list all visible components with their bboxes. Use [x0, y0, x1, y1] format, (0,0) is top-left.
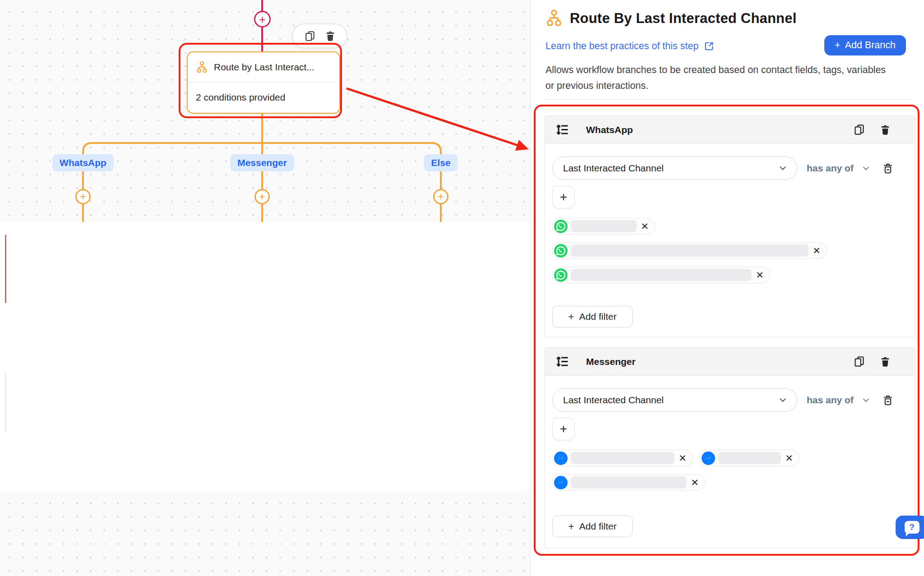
add-branch-button[interactable]: + Add Branch: [824, 35, 906, 55]
add-step-button-top[interactable]: +: [254, 11, 271, 28]
operator-row: has any of: [807, 157, 894, 180]
channel-chip: ✕: [552, 267, 770, 283]
redacted-channel-name: [571, 269, 752, 281]
field-select[interactable]: Last Interacted Channel: [552, 157, 797, 180]
node-title: Route by Last Interact...: [214, 62, 314, 73]
panel-title-row: Route By Last Interacted Channel: [545, 9, 797, 28]
remove-chip-icon[interactable]: ✕: [687, 474, 703, 491]
workflow-builder-screen: +: [0, 0, 924, 576]
delete-branch-icon[interactable]: [880, 124, 891, 136]
messenger-icon: [702, 452, 715, 465]
page-title: Route By Last Interacted Channel: [570, 10, 797, 27]
redacted-channel-name: [571, 476, 687, 488]
branch-card-messenger: Messenger: [545, 347, 915, 548]
step-config-panel: Route By Last Interacted Channel Learn t…: [530, 0, 924, 576]
copy-branch-icon[interactable]: [853, 124, 865, 136]
delete-branch-icon[interactable]: [880, 356, 891, 368]
reorder-handle-icon[interactable]: [556, 123, 569, 136]
best-practices-link[interactable]: Learn the best practices of this step: [545, 41, 715, 52]
operator-select[interactable]: has any of: [807, 395, 854, 406]
remove-chip-icon[interactable]: ✕: [808, 242, 825, 259]
remove-chip-icon[interactable]: ✕: [752, 267, 768, 283]
add-step-button-branch-whatsapp[interactable]: +: [75, 189, 91, 204]
branch-card-header: Messenger: [545, 348, 915, 376]
canvas-dot-grid-bottom: [0, 491, 530, 576]
add-step-button-branch-messenger[interactable]: +: [254, 189, 270, 204]
messenger-icon: [554, 452, 568, 465]
step-description: Allows workflow branches to be created b…: [545, 62, 893, 94]
node-subtitle: 2 conditions provided: [188, 83, 339, 112]
copy-branch-icon[interactable]: [853, 355, 865, 368]
divider: [545, 99, 913, 100]
chevron-down-icon[interactable]: [861, 164, 871, 173]
channel-chip: ✕: [552, 242, 827, 259]
redacted-channel-name: [718, 452, 781, 464]
add-filter-button[interactable]: + Add filter: [552, 306, 633, 327]
node-header: Route by Last Interact...: [188, 52, 339, 83]
delete-node-icon[interactable]: [325, 30, 336, 42]
node-toolbar: [292, 23, 347, 48]
redacted-channel-name: [571, 452, 675, 464]
messenger-icon: [554, 476, 568, 489]
chevron-down-icon[interactable]: [861, 396, 871, 405]
delete-filter-icon[interactable]: [882, 394, 894, 407]
remove-chip-icon[interactable]: ✕: [637, 218, 653, 235]
whatsapp-icon: [554, 220, 568, 233]
branch-label-else[interactable]: Else: [424, 154, 457, 171]
add-filter-button[interactable]: + Add filter: [552, 516, 633, 537]
whatsapp-icon: [554, 244, 568, 258]
remove-chip-icon[interactable]: ✕: [675, 450, 691, 466]
redacted-channel-name: [571, 220, 637, 232]
copy-node-icon[interactable]: [304, 30, 316, 42]
operator-select[interactable]: has any of: [807, 163, 854, 174]
whatsapp-icon: [554, 268, 568, 282]
branch-name: Messenger: [586, 356, 636, 367]
delete-filter-icon[interactable]: [882, 162, 894, 175]
add-step-button-branch-else[interactable]: +: [433, 189, 448, 204]
workflow-canvas[interactable]: +: [0, 0, 530, 576]
canvas-left-gray-connector: [5, 373, 6, 432]
channel-chip: ✕: [552, 218, 655, 235]
canvas-left-red-connector: [5, 235, 6, 303]
remove-chip-icon[interactable]: ✕: [781, 450, 797, 466]
channel-chip: ✕: [699, 450, 799, 466]
branch-card-whatsapp: WhatsApp: [545, 115, 915, 337]
redacted-channel-name: [571, 244, 808, 257]
reorder-handle-icon[interactable]: [556, 355, 569, 368]
external-link-icon: [703, 41, 715, 52]
channel-chip: ✕: [552, 450, 693, 466]
add-value-button[interactable]: +: [552, 418, 575, 440]
branch-step-icon: [545, 9, 563, 28]
channel-chip: ✕: [552, 474, 705, 491]
branch-label-messenger[interactable]: Messenger: [230, 154, 294, 171]
branch-name: WhatsApp: [586, 124, 633, 135]
chevron-down-icon: [778, 395, 788, 405]
operator-row: has any of: [807, 388, 894, 412]
workflow-node-route-step[interactable]: Route by Last Interact... 2 conditions p…: [187, 51, 340, 114]
field-select[interactable]: Last Interacted Channel: [552, 388, 797, 412]
branch-card-header: WhatsApp: [545, 116, 915, 144]
branch-label-whatsapp[interactable]: WhatsApp: [52, 154, 114, 171]
help-chat-icon: ?: [905, 521, 919, 534]
add-value-button[interactable]: +: [552, 186, 575, 208]
branch-step-icon: [196, 61, 208, 74]
chevron-down-icon: [778, 163, 788, 173]
help-button[interactable]: ?: [896, 516, 924, 539]
